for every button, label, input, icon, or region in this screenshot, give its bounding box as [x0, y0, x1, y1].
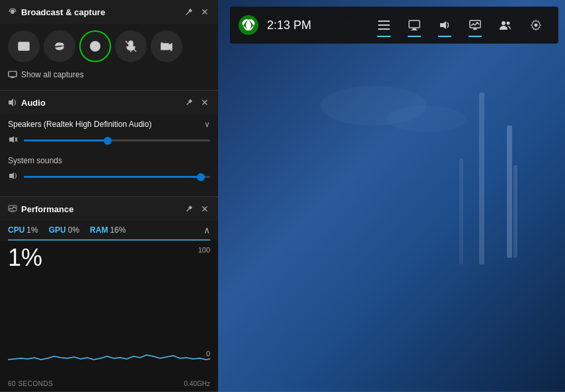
xbox-settings-button[interactable] — [521, 11, 550, 40]
svg-rect-10 — [411, 30, 418, 30]
system-sounds-slider-row — [0, 168, 218, 186]
svg-marker-11 — [440, 21, 446, 29]
performance-pin-icon — [185, 205, 193, 213]
xbox-menu-button[interactable] — [369, 11, 398, 40]
svg-rect-0 — [479, 93, 484, 264]
volume-slider[interactable] — [24, 139, 210, 141]
xbox-social-button[interactable] — [491, 11, 520, 40]
audio-controls: ✕ — [184, 96, 210, 109]
system-sounds-fill — [24, 176, 201, 178]
svg-rect-13 — [473, 28, 477, 30]
xbox-bar-icons — [318, 11, 550, 40]
broadcast-title: Broadcast & capture — [8, 7, 105, 17]
cpu-value: 1% — [26, 225, 38, 235]
ram-stat: RAM 16% — [90, 225, 126, 235]
broadcast-pin-button[interactable] — [184, 7, 194, 17]
xbox-time: 2:13 PM — [267, 19, 311, 32]
performance-icon — [469, 20, 481, 30]
volume-slider-row — [0, 132, 218, 149]
svg-rect-7 — [378, 28, 390, 30]
performance-footer: 60 SECONDS 0.40GHz — [0, 379, 218, 391]
performance-stats-row: CPU 1% GPU 0% RAM 16% ∧ — [0, 221, 218, 239]
svg-rect-1 — [459, 159, 463, 264]
performance-seconds-label: 60 SECONDS — [8, 380, 53, 387]
cpu-stat: CPU 1% — [8, 225, 38, 235]
capture-buttons-row — [0, 24, 218, 69]
cpu-chart-svg — [8, 323, 210, 363]
broadcast-controls: ✕ — [184, 5, 210, 19]
mute-mic-button[interactable] — [115, 30, 147, 62]
performance-freq-label: 0.40GHz — [184, 380, 210, 387]
ram-label: RAM — [90, 225, 108, 235]
performance-header: Performance ✕ — [0, 197, 218, 221]
svg-marker-32 — [9, 173, 14, 179]
performance-controls: ✕ — [184, 202, 210, 216]
audio-pin-icon — [185, 98, 193, 106]
replay-icon — [53, 40, 66, 53]
performance-chart-area: 1% 100 0 — [0, 241, 218, 379]
performance-close-button[interactable]: ✕ — [200, 202, 210, 216]
svg-point-3 — [387, 106, 466, 132]
audio-section: Audio ✕ Speakers (Realtek High Definitio… — [0, 91, 218, 197]
svg-marker-28 — [9, 98, 13, 106]
xbox-performance-button[interactable] — [461, 11, 490, 40]
volume-icon — [439, 20, 451, 30]
svg-point-15 — [507, 22, 510, 25]
performance-title: Performance — [8, 204, 73, 214]
system-sounds-label: System sounds — [0, 149, 218, 168]
svg-point-14 — [502, 21, 506, 25]
menu-icon — [378, 20, 390, 30]
mute-icon — [8, 136, 19, 145]
capture-icon — [408, 20, 420, 30]
monitor-small-icon — [8, 71, 17, 79]
performance-section: Performance ✕ CPU 1% GPU 0% — [0, 197, 218, 392]
broadcast-icon — [8, 7, 17, 17]
gpu-value: 0% — [68, 225, 79, 235]
camera-icon — [160, 40, 173, 53]
svg-line-18 — [186, 13, 188, 15]
performance-max-value: 100 — [198, 246, 210, 254]
xbox-game-bar: 2:13 PM — [230, 7, 558, 44]
system-sounds-thumb[interactable] — [197, 173, 205, 181]
speaker-selector[interactable]: Speakers (Realtek High Definition Audio)… — [0, 114, 218, 132]
desktop-scenery — [274, 40, 525, 317]
broadcast-close-button[interactable]: ✕ — [200, 5, 210, 19]
system-sounds-icon — [8, 172, 19, 182]
broadcast-title-text: Broadcast & capture — [21, 7, 105, 17]
screenshot-button[interactable] — [8, 30, 40, 62]
performance-big-value: 1% — [8, 246, 210, 270]
audio-close-button[interactable]: ✕ — [200, 96, 210, 109]
audio-pin-button[interactable] — [184, 97, 194, 108]
audio-icon — [8, 98, 17, 107]
audio-header: Audio ✕ — [0, 91, 218, 114]
svg-rect-25 — [9, 71, 17, 77]
performance-chart — [8, 323, 210, 363]
xbox-capture-button[interactable] — [400, 11, 429, 40]
system-sounds-slider[interactable] — [24, 176, 210, 178]
mute-mic-icon — [124, 40, 137, 53]
svg-rect-6 — [378, 24, 390, 26]
broadcast-section: Broadcast & capture ✕ — [0, 0, 218, 91]
audio-title: Audio — [8, 98, 46, 108]
performance-expand-button[interactable]: ∧ — [204, 225, 210, 235]
chevron-down-icon: ∨ — [204, 120, 210, 129]
svg-point-16 — [535, 24, 538, 27]
performance-pin-button[interactable] — [184, 204, 194, 214]
performance-section-icon — [8, 204, 17, 214]
record-button[interactable] — [79, 30, 111, 62]
show-captures-link[interactable]: Show all captures — [0, 69, 218, 85]
volume-fill — [24, 139, 108, 141]
volume-thumb[interactable] — [104, 137, 112, 145]
speaker-small-icon — [9, 172, 18, 180]
svg-rect-8 — [409, 20, 420, 28]
xbox-volume-button[interactable] — [430, 11, 459, 40]
ram-value: 16% — [110, 225, 126, 235]
replay-button[interactable] — [44, 30, 75, 62]
record-dot — [90, 41, 100, 52]
broadcast-header: Broadcast & capture ✕ — [0, 0, 218, 24]
show-captures-text: Show all captures — [21, 70, 84, 79]
camera-button[interactable] — [151, 30, 182, 62]
performance-title-text: Performance — [21, 204, 73, 214]
svg-rect-5 — [378, 20, 390, 22]
sidebar-panel: Broadcast & capture ✕ — [0, 0, 218, 392]
